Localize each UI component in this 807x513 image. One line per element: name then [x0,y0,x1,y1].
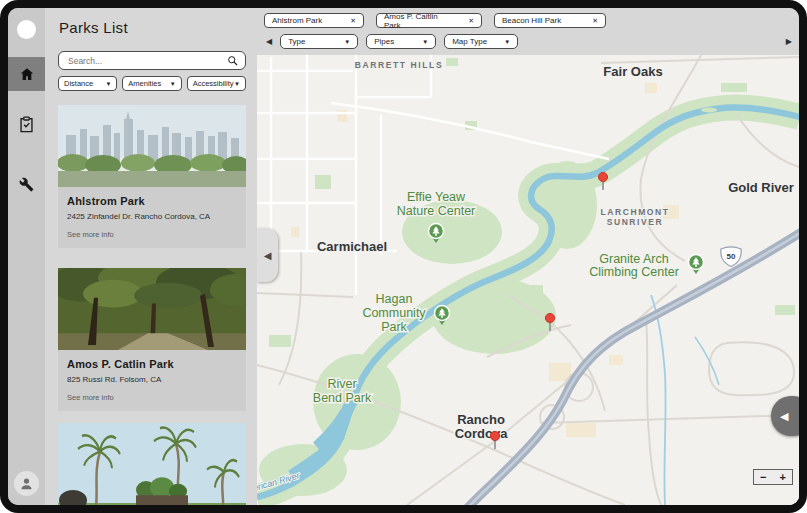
park-photo-skyline [58,105,246,187]
nav-saved-lists[interactable] [8,107,45,141]
search-bar[interactable] [58,51,246,70]
park-label-hagan-3: Park [381,320,407,334]
park-label-effie-2: Nature Center [397,204,476,218]
area-label-larchmont: LARCHMONT [600,207,669,217]
area-label-sunriver: SUNRIVER [607,217,664,227]
chevron-down-icon: ▼ [344,39,350,45]
dropdown-type[interactable]: Type ▼ [280,34,358,49]
parks-sidebar: Parks List Distance ▼ Amenities ▼ [45,8,257,505]
city-label-carmichael: Carmichael [317,239,387,254]
park-address: 2425 Zinfandel Dr. Rancho Cordova, CA [67,212,237,221]
chevron-down-icon: ▼ [105,81,111,87]
home-icon [19,66,35,82]
filter-accessibility[interactable]: Accessibility ▼ [187,76,246,91]
basemap-svg: BARRETT HILLS LARCHMONT SUNRIVER Fair Oa… [257,55,799,505]
park-label-hagan-2: Community [362,306,426,320]
nav-tools[interactable] [8,167,45,201]
park-photo-palms [58,423,246,505]
area-label-barrett-hills: BARRETT HILLS [355,60,443,70]
filter-amenities[interactable]: Amenities ▼ [122,76,181,91]
close-icon[interactable]: ✕ [592,17,598,25]
chip-amos-caitlin-park[interactable]: Amos P. Caitlin Park ✕ [376,13,482,28]
close-icon[interactable]: ✕ [468,17,474,25]
wrench-icon [19,177,34,192]
search-icon[interactable] [227,55,238,66]
close-icon[interactable]: ✕ [350,17,356,25]
park-card-ahlstrom[interactable]: Ahlstrom Park 2425 Zinfandel Dr. Rancho … [58,105,246,248]
nav-home[interactable] [8,57,45,91]
filter-distance[interactable]: Distance ▼ [58,76,117,91]
chevron-left-icon: ◀ [780,410,788,423]
city-label-fair-oaks: Fair Oaks [603,64,662,79]
park-label-hagan-1: Hagan [376,292,413,306]
nav-rail [8,8,45,505]
map-filter-row: ◀ Type ▼ Pipes ▼ Map Type ▼ ▶ [266,34,792,49]
map-canvas[interactable]: BARRETT HILLS LARCHMONT SUNRIVER Fair Oa… [257,55,799,505]
city-label-rancho: Rancho [457,412,505,427]
collapse-sidebar-handle[interactable]: ◀ [257,228,278,282]
chevron-down-icon: ▼ [170,81,176,87]
park-photo-forest [58,268,246,350]
user-icon [19,476,34,491]
dropdown-pipes[interactable]: Pipes ▼ [366,34,436,49]
svg-text:50: 50 [727,252,736,261]
park-name: Amos P. Catlin Park [67,358,237,370]
zoom-in-button[interactable]: + [780,472,786,483]
map-topbar: Ahlstrom Park ✕ Amos P. Caitlin Park ✕ B… [257,8,799,55]
clipboard-check-icon [19,116,34,133]
page-title: Parks List [59,19,246,36]
chevron-down-icon: ▼ [504,39,510,45]
park-label-riverbend-2: Bend Park [313,391,372,405]
map-zoom-control: − + [753,469,793,485]
filter-row: Distance ▼ Amenities ▼ Accessibility ▼ [58,76,246,91]
search-input[interactable] [66,55,227,67]
park-label-granite-1: Granite Arch [599,252,669,266]
app-window: Parks List Distance ▼ Amenities ▼ [8,8,799,505]
see-more-link[interactable]: See more info [67,230,237,239]
main-panel: Ahlstrom Park ✕ Amos P. Caitlin Park ✕ B… [257,8,799,505]
chevron-left-icon[interactable]: ◀ [266,38,272,46]
park-card-partial[interactable] [58,423,246,505]
park-name: Ahlstrom Park [67,195,237,207]
chip-beacon-hill-park[interactable]: Beacon Hill Park ✕ [494,13,606,28]
zoom-out-button[interactable]: − [760,472,766,483]
park-address: 825 Russi Rd. Folsom, CA [67,375,237,384]
dropdown-map-type[interactable]: Map Type ▼ [444,34,518,49]
see-more-link[interactable]: See more info [67,393,237,402]
city-label-cordova: Cordova [455,426,509,441]
chevron-left-icon: ◀ [264,250,272,261]
selected-park-chips: Ahlstrom Park ✕ Amos P. Caitlin Park ✕ B… [264,13,606,28]
profile-button[interactable] [14,471,39,496]
park-label-effie-1: Effie Yeaw [407,190,466,204]
park-label-granite-2: Climbing Center [589,265,679,279]
chevron-right-icon[interactable]: ▶ [786,38,792,46]
chip-ahlstrom-park[interactable]: Ahlstrom Park ✕ [264,13,364,28]
park-label-riverbend-1: River [327,377,356,391]
chevron-down-icon: ▼ [422,39,428,45]
app-logo-avatar[interactable] [17,20,36,39]
park-card-catlin[interactable]: Amos P. Catlin Park 825 Russi Rd. Folsom… [58,268,246,411]
city-label-gold-river: Gold River [728,180,794,195]
chevron-down-icon: ▼ [234,81,240,87]
device-frame: Parks List Distance ▼ Amenities ▼ [0,0,807,513]
